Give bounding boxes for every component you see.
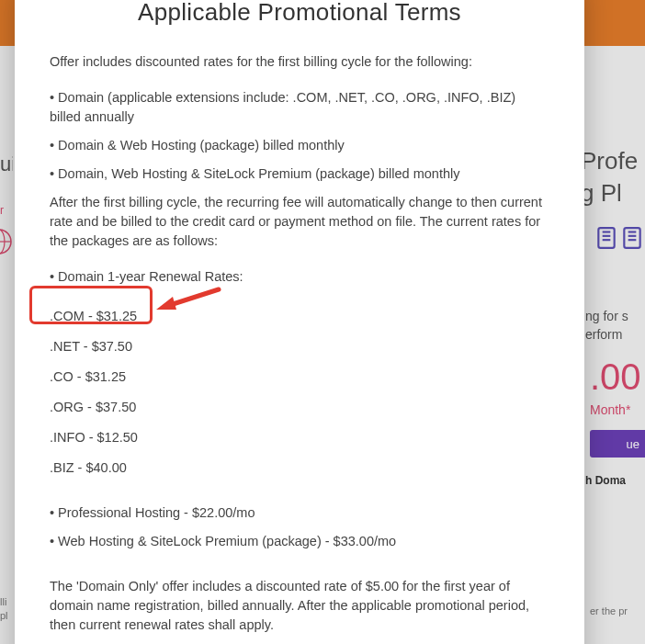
rates-heading: • Domain 1-year Renewal Rates: bbox=[50, 267, 549, 287]
renewal-rates-list: .COM - $31.25 .NET - $37.50 .CO - $31.25… bbox=[50, 307, 549, 478]
bullet-item: • Domain & Web Hosting (package) billed … bbox=[50, 136, 549, 155]
domain-only-paragraph: The 'Domain Only' offer includes a disco… bbox=[50, 577, 549, 635]
hosting-rate-item: • Professional Hosting - $22.00/mo bbox=[50, 503, 549, 523]
rate-co: .CO - $31.25 bbox=[50, 367, 549, 387]
modal-title: Applicable Promotional Terms bbox=[50, 0, 549, 27]
modal-body: Offer includes discounted rates for the … bbox=[50, 52, 549, 644]
offer-bullets: • Domain (applicable extensions include:… bbox=[50, 88, 549, 184]
after-cycle-paragraph: After the first billing cycle, the recur… bbox=[50, 193, 549, 251]
bullet-item: • Domain (applicable extensions include:… bbox=[50, 88, 549, 127]
rate-com: .COM - $31.25 bbox=[50, 307, 549, 326]
rate-info: .INFO - $12.50 bbox=[50, 428, 549, 447]
hosting-rate-item: • Web Hosting & SiteLock Premium (packag… bbox=[50, 532, 549, 551]
hosting-rates-list: • Professional Hosting - $22.00/mo • Web… bbox=[50, 503, 549, 551]
rate-biz: .BIZ - $40.00 bbox=[50, 458, 549, 478]
rate-org: .ORG - $37.50 bbox=[50, 398, 549, 417]
rate-net: .NET - $37.50 bbox=[50, 337, 549, 356]
promotional-terms-modal: Applicable Promotional Terms Offer inclu… bbox=[15, 0, 584, 644]
bullet-item: • Domain, Web Hosting & SiteLock Premium… bbox=[50, 164, 549, 184]
intro-paragraph: Offer includes discounted rates for the … bbox=[50, 52, 549, 72]
